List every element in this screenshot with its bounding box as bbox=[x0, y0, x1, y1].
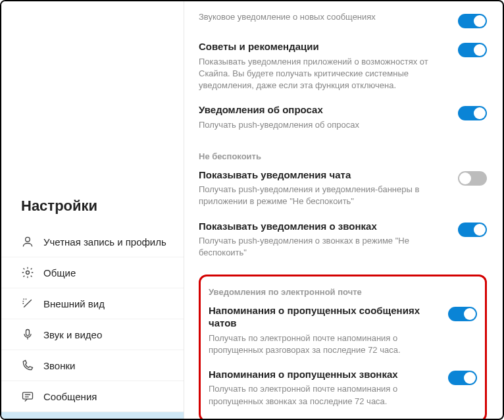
sidebar-item-label: Звук и видео bbox=[43, 329, 102, 340]
toggle-polls[interactable] bbox=[458, 106, 487, 120]
setting-sound-new-messages: Звуковое уведомление о новых сообщениях bbox=[199, 5, 487, 34]
setting-title: Показывать уведомления чата bbox=[199, 169, 449, 182]
sidebar-item-appearance[interactable]: Внешний вид bbox=[1, 288, 184, 319]
toggle-missed-chat[interactable] bbox=[448, 307, 477, 321]
chat-icon bbox=[21, 390, 34, 403]
setting-polls: Уведомления об опросах Получать push-уве… bbox=[199, 97, 487, 137]
setting-desc: Получать push-уведомления о звонках в ре… bbox=[199, 235, 449, 259]
toggle-call-notifications[interactable] bbox=[458, 223, 487, 237]
wand-icon bbox=[21, 297, 34, 310]
content-panel: Звуковое уведомление о новых сообщениях … bbox=[184, 1, 503, 419]
toggle-chat-notifications[interactable] bbox=[458, 171, 487, 186]
setting-title: Показывать уведомления о звонках bbox=[199, 220, 449, 233]
toggle-sound-new-messages[interactable] bbox=[458, 14, 487, 28]
svg-point-1 bbox=[26, 271, 30, 275]
setting-desc: Показывать уведомления приложений о возм… bbox=[199, 56, 449, 92]
setting-title: Напоминания о пропущенных звонках bbox=[209, 368, 439, 381]
setting-title: Советы и рекомендации bbox=[199, 40, 449, 53]
setting-missed-call-reminder: Напоминания о пропущенных звонках Получа… bbox=[209, 362, 477, 413]
setting-desc: Получать push-уведомления и уведомления-… bbox=[199, 184, 449, 207]
setting-desc: Получать push-уведомления об опросах bbox=[199, 119, 449, 131]
sidebar-item-calling[interactable]: Звонки bbox=[1, 350, 184, 381]
close-button[interactable] bbox=[1, 1, 184, 182]
gear-icon bbox=[21, 266, 34, 279]
setting-chat-notifications: Показывать уведомления чата Получать pus… bbox=[199, 163, 487, 214]
sidebar-item-label: Внешний вид bbox=[43, 298, 105, 309]
sidebar-item-account[interactable]: Учетная запись и профиль bbox=[1, 226, 184, 257]
section-email: Уведомления по электронной почте bbox=[209, 280, 477, 298]
sidebar-item-label: Учетная запись и профиль bbox=[43, 236, 166, 248]
svg-rect-3 bbox=[23, 392, 33, 399]
setting-desc: Получать по электронной почте напоминани… bbox=[209, 332, 439, 356]
setting-missed-chat-reminder: Напоминания о пропущенных сообщениях чат… bbox=[209, 298, 477, 362]
sidebar-item-label: Сообщения bbox=[43, 391, 97, 402]
setting-title: Напоминания о пропущенных сообщениях чат… bbox=[209, 304, 439, 330]
setting-desc: Звуковое уведомление о новых сообщениях bbox=[199, 11, 449, 23]
sidebar: Настройки Учетная запись и профиль Общие… bbox=[1, 1, 184, 419]
section-dnd: Не беспокоить bbox=[199, 137, 487, 163]
setting-tips: Советы и рекомендации Показывать уведомл… bbox=[199, 34, 487, 97]
sidebar-item-audio-video[interactable]: Звук и видео bbox=[1, 319, 184, 350]
toggle-missed-call[interactable] bbox=[448, 371, 477, 385]
svg-point-0 bbox=[26, 237, 30, 242]
microphone-icon bbox=[21, 328, 34, 341]
setting-title: Уведомления об опросах bbox=[199, 103, 449, 117]
setting-call-notifications: Показывать уведомления о звонках Получат… bbox=[199, 214, 487, 265]
sidebar-item-label: Общие bbox=[43, 267, 76, 278]
settings-title: Настройки bbox=[1, 182, 184, 226]
account-icon bbox=[21, 235, 34, 248]
close-icon bbox=[21, 167, 184, 181]
sidebar-item-notifications[interactable]: Уведомления bbox=[1, 412, 184, 420]
svg-rect-2 bbox=[26, 330, 30, 336]
email-notifications-section: Уведомления по электронной почте Напомин… bbox=[199, 275, 487, 419]
sidebar-item-label: Звонки bbox=[43, 360, 75, 371]
sidebar-item-general[interactable]: Общие bbox=[1, 257, 184, 288]
phone-icon bbox=[21, 359, 34, 372]
sidebar-item-messaging[interactable]: Сообщения bbox=[1, 381, 184, 412]
setting-desc: Получать по электронной почте напоминани… bbox=[209, 383, 439, 407]
toggle-tips[interactable] bbox=[458, 43, 487, 57]
